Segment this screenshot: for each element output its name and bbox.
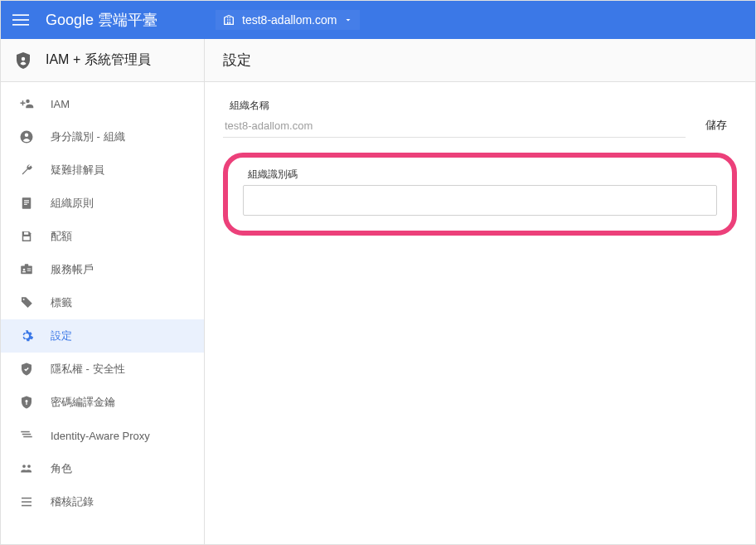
shield-check-icon — [17, 360, 36, 378]
org-id-input[interactable] — [243, 185, 717, 216]
shield-key-icon — [17, 393, 36, 411]
svg-rect-18 — [27, 270, 32, 271]
org-name-label: 組織名稱 — [230, 99, 686, 113]
sidebar-item-label: 標籤 — [51, 295, 72, 310]
sidebar-item[interactable]: 配額 — [1, 220, 204, 253]
sidebar-item-label: IAM — [51, 98, 70, 110]
sidebar-item[interactable]: 標籤 — [1, 286, 204, 319]
svg-rect-1 — [12, 19, 29, 21]
svg-point-15 — [23, 269, 26, 271]
building-icon — [222, 13, 235, 27]
list-icon — [17, 493, 36, 511]
org-id-highlight: 組織識別碼 — [223, 153, 737, 236]
svg-rect-12 — [23, 236, 30, 241]
svg-rect-24 — [23, 436, 32, 438]
tag-icon — [17, 294, 36, 312]
project-name: test8-adallom.com — [242, 13, 337, 27]
svg-point-26 — [27, 465, 31, 468]
doc-icon — [17, 194, 36, 212]
sidebar-item-label: 疑難排解員 — [51, 163, 104, 178]
svg-point-3 — [22, 56, 25, 60]
svg-point-6 — [25, 134, 29, 138]
svg-rect-13 — [21, 266, 32, 275]
org-id-label: 組織識別碼 — [248, 168, 717, 182]
project-selector[interactable]: test8-adallom.com — [216, 10, 360, 30]
svg-rect-22 — [21, 431, 30, 433]
sidebar-item-label: 密碼編譯金鑰 — [51, 395, 115, 410]
wrench-icon — [17, 161, 36, 179]
sidebar-item[interactable]: 組織原則 — [1, 187, 204, 220]
sidebar: IAM + 系統管理員 IAM身分識別 - 組織疑難排解員組織原則配額服務帳戶標… — [1, 39, 205, 544]
hamburger-menu-icon[interactable] — [11, 10, 31, 30]
sidebar-item-label: Identity-Aware Proxy — [51, 430, 150, 442]
sidebar-item[interactable]: IAM — [1, 87, 204, 120]
gear-icon — [17, 327, 36, 345]
shield-icon — [12, 49, 34, 72]
svg-rect-17 — [27, 269, 32, 270]
svg-rect-2 — [12, 24, 29, 26]
sidebar-item-label: 服務帳戶 — [51, 262, 94, 277]
page-title: 設定 — [223, 51, 251, 70]
app-header: Google 雲端平臺 test8-adallom.com — [1, 1, 755, 39]
svg-rect-8 — [24, 200, 29, 201]
sidebar-item-label: 設定 — [51, 328, 72, 343]
sidebar-item[interactable]: 服務帳戶 — [1, 253, 204, 286]
account-circle-icon — [17, 128, 36, 146]
main-header: 設定 — [205, 39, 755, 82]
save-icon — [17, 227, 36, 246]
sidebar-item[interactable]: 設定 — [1, 319, 204, 353]
nav-list: IAM身分識別 - 組織疑難排解員組織原則配額服務帳戶標籤設定隱私權 - 安全性… — [1, 82, 204, 518]
svg-point-25 — [22, 465, 26, 468]
sidebar-item-label: 稽核記錄 — [51, 494, 94, 509]
svg-rect-14 — [25, 264, 29, 266]
svg-point-4 — [26, 100, 30, 104]
save-button[interactable]: 儲存 — [695, 113, 737, 138]
sidebar-header: IAM + 系統管理員 — [1, 39, 204, 82]
dropdown-icon — [343, 15, 353, 25]
svg-rect-11 — [24, 232, 28, 235]
svg-point-19 — [23, 299, 25, 300]
sidebar-item[interactable]: 隱私權 - 安全性 — [1, 353, 204, 386]
roles-icon — [17, 460, 36, 478]
sidebar-item[interactable]: Identity-Aware Proxy — [1, 419, 204, 452]
svg-rect-16 — [22, 271, 26, 273]
svg-rect-21 — [26, 401, 27, 405]
app-title: Google 雲端平臺 — [46, 10, 158, 30]
svg-rect-23 — [22, 434, 32, 436]
sidebar-item-label: 配額 — [51, 229, 72, 244]
sidebar-item-label: 身分識別 - 組織 — [51, 129, 125, 144]
sidebar-title: IAM + 系統管理員 — [46, 51, 151, 69]
person-add-icon — [17, 95, 36, 113]
svg-rect-9 — [24, 202, 29, 203]
svg-rect-10 — [24, 204, 27, 205]
sidebar-item[interactable]: 密碼編譯金鑰 — [1, 386, 204, 419]
sidebar-item[interactable]: 角色 — [1, 452, 204, 485]
svg-rect-0 — [12, 14, 29, 16]
main-content: 設定 組織名稱 儲存 組織識別碼 — [205, 39, 755, 544]
sidebar-item-label: 角色 — [51, 461, 72, 476]
sidebar-item-label: 組織原則 — [51, 196, 94, 211]
sidebar-item[interactable]: 身分識別 - 組織 — [1, 120, 204, 153]
sidebar-item[interactable]: 疑難排解員 — [1, 153, 204, 187]
badge-icon — [17, 260, 36, 279]
sidebar-item-label: 隱私權 - 安全性 — [51, 362, 125, 377]
org-name-input[interactable] — [223, 114, 686, 138]
sidebar-item[interactable]: 稽核記錄 — [1, 485, 204, 518]
svg-rect-29 — [22, 505, 32, 507]
svg-rect-7 — [22, 197, 32, 209]
layers-icon — [17, 426, 36, 445]
svg-rect-27 — [22, 498, 32, 499]
svg-rect-28 — [22, 501, 32, 503]
